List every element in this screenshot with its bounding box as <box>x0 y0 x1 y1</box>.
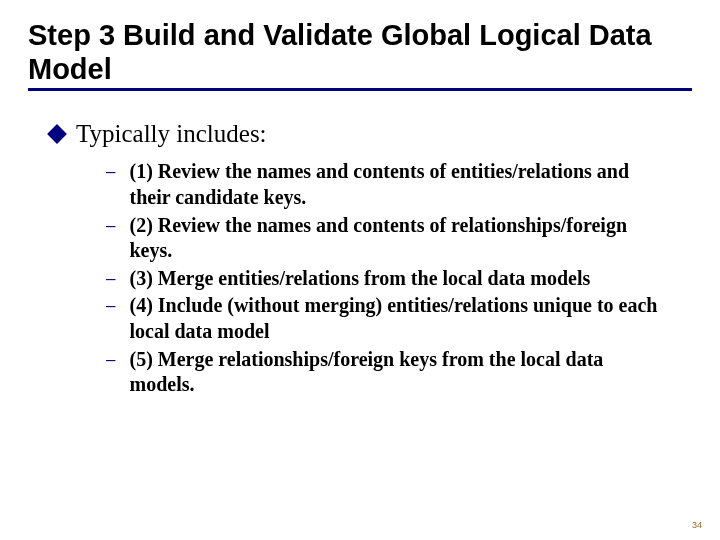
list-item: – (3) Merge entities/relations from the … <box>106 266 692 292</box>
list-item: – (4) Include (without merging) entities… <box>106 293 692 344</box>
sub-bullet-list: – (1) Review the names and contents of e… <box>50 159 692 397</box>
dash-icon: – <box>106 349 115 372</box>
main-bullet-text: Typically includes: <box>76 119 267 149</box>
dash-icon: – <box>106 161 115 184</box>
slide-body: Typically includes: – (1) Review the nam… <box>28 119 692 397</box>
list-item: – (1) Review the names and contents of e… <box>106 159 692 210</box>
title-underline <box>28 88 692 91</box>
slide-title: Step 3 Build and Validate Global Logical… <box>28 18 692 86</box>
sub-bullet-text: (3) Merge entities/relations from the lo… <box>129 266 590 292</box>
dash-icon: – <box>106 268 115 291</box>
sub-bullet-text: (2) Review the names and contents of rel… <box>129 213 669 264</box>
sub-bullet-text: (4) Include (without merging) entities/r… <box>129 293 669 344</box>
dash-icon: – <box>106 295 115 318</box>
list-item: – (2) Review the names and contents of r… <box>106 213 692 264</box>
list-item: – (5) Merge relationships/foreign keys f… <box>106 347 692 398</box>
main-bullet-row: Typically includes: <box>50 119 692 149</box>
diamond-bullet-icon <box>47 125 67 145</box>
dash-icon: – <box>106 215 115 238</box>
page-number: 34 <box>692 520 702 530</box>
sub-bullet-text: (1) Review the names and contents of ent… <box>129 159 669 210</box>
title-block: Step 3 Build and Validate Global Logical… <box>28 18 692 91</box>
slide: Step 3 Build and Validate Global Logical… <box>0 0 720 540</box>
sub-bullet-text: (5) Merge relationships/foreign keys fro… <box>129 347 669 398</box>
